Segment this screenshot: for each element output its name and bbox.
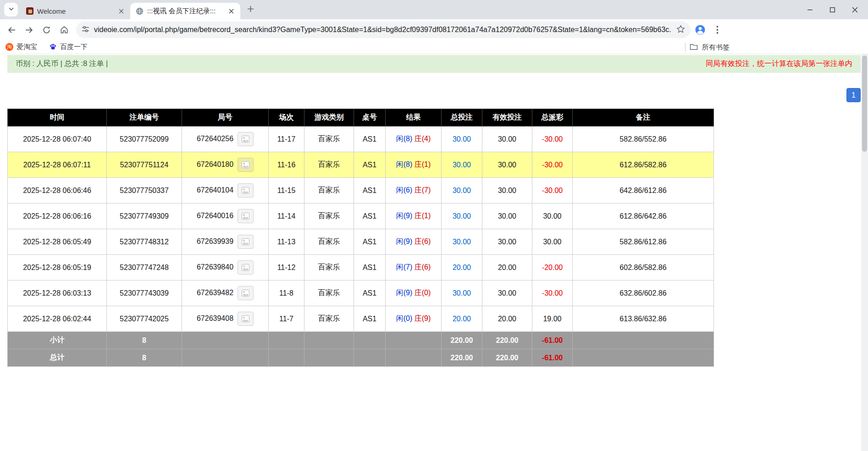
video-replay-button[interactable] xyxy=(238,132,254,146)
cell-total-bet[interactable]: 20.00 xyxy=(442,306,482,332)
total-valid-bet: 220.00 xyxy=(482,349,532,367)
cell-result: 闲(9) 庄(6) xyxy=(386,229,442,255)
bookmark-taobao[interactable]: 淘 爱淘宝 xyxy=(6,43,37,51)
cell-round: 672640016 xyxy=(182,204,269,229)
empty-cell xyxy=(573,332,714,349)
cell-valid-bet: 30.00 xyxy=(482,178,532,204)
summary-info-bar: 币别 : 人民币 | 总共 :8 注单 | 同局有效投注，统一计算在该局第一张注… xyxy=(7,55,861,73)
cell-session: 11-16 xyxy=(269,152,304,178)
photo-icon xyxy=(242,136,249,143)
round-number: 672639482 xyxy=(197,289,233,297)
header-payout: 总派彩 xyxy=(532,109,573,126)
close-button[interactable] xyxy=(844,0,866,19)
page-1-button[interactable]: 1 xyxy=(846,88,861,102)
empty-cell xyxy=(386,332,442,349)
header-time: 时间 xyxy=(8,109,107,126)
empty-cell xyxy=(386,349,442,367)
tab-close-icon[interactable] xyxy=(117,7,126,16)
cell-game-type: 百家乐 xyxy=(304,255,354,280)
header-result: 结果 xyxy=(386,109,442,126)
cell-round: 672640104 xyxy=(182,178,269,204)
subtotal-count: 8 xyxy=(107,332,182,349)
all-bookmarks[interactable]: 所有书签 xyxy=(685,40,730,54)
url-bar[interactable]: videoie.com/ipl/portal.php/game/betrecor… xyxy=(76,22,691,38)
cell-total-bet[interactable]: 30.00 xyxy=(442,178,482,204)
baidu-paw-icon xyxy=(49,43,57,52)
cell-game-type: 百家乐 xyxy=(304,126,354,152)
cell-table-no: AS1 xyxy=(354,204,386,229)
cell-game-type: 百家乐 xyxy=(304,152,354,178)
cell-session: 11-13 xyxy=(269,229,304,255)
result-banker: 庄(6) xyxy=(415,263,431,271)
cell-total-bet[interactable]: 30.00 xyxy=(442,152,482,178)
tab-close-icon[interactable] xyxy=(227,7,236,16)
forward-button[interactable] xyxy=(21,22,37,38)
cell-time: 2025-12-28 06:03:13 xyxy=(8,280,107,306)
subtotal-payout: -61.00 xyxy=(532,332,573,349)
tab-search-button[interactable] xyxy=(4,3,18,16)
cell-game-type: 百家乐 xyxy=(304,204,354,229)
reload-button[interactable] xyxy=(39,22,55,38)
home-button[interactable] xyxy=(56,22,72,38)
profile-button[interactable] xyxy=(692,22,708,38)
video-replay-button[interactable] xyxy=(238,158,254,172)
separator xyxy=(685,43,686,52)
back-arrow-icon xyxy=(7,25,17,35)
video-replay-button[interactable] xyxy=(238,286,254,300)
cell-total-bet[interactable]: 30.00 xyxy=(442,229,482,255)
cell-bet-id: 523077750337 xyxy=(107,178,182,204)
video-replay-button[interactable] xyxy=(238,183,254,198)
scrollbar-thumb[interactable] xyxy=(862,55,867,152)
header-game-type: 游戏类别 xyxy=(304,109,354,126)
table-row: 2025-12-28 06:06:16523077749309672640016… xyxy=(8,204,714,229)
bookmark-baidu[interactable]: 百度一下 xyxy=(49,43,88,52)
cell-bet-id: 523077748312 xyxy=(107,229,182,255)
video-replay-button[interactable] xyxy=(238,312,254,326)
menu-button[interactable] xyxy=(709,22,725,38)
cell-note: 632.86/602.86 xyxy=(573,280,714,306)
cell-round: 672639482 xyxy=(182,280,269,306)
tab-welcome[interactable]: Welcome xyxy=(20,3,130,19)
result-player: 闲(9) xyxy=(396,212,413,220)
url-text[interactable]: videoie.com/ipl/portal.php/game/betrecor… xyxy=(94,26,672,34)
bookmarks-bar: 淘 爱淘宝 百度一下 所有书签 xyxy=(0,40,868,54)
cell-valid-bet: 30.00 xyxy=(482,280,532,306)
browser-chrome: Welcome :::视讯 会员下注纪录::: xyxy=(0,0,868,54)
cell-total-bet[interactable]: 20.00 xyxy=(442,255,482,280)
back-button[interactable] xyxy=(4,22,20,38)
cell-session: 11-14 xyxy=(269,204,304,229)
cell-time: 2025-12-28 06:05:49 xyxy=(8,229,107,255)
video-replay-button[interactable] xyxy=(238,235,254,249)
folder-icon xyxy=(690,43,698,51)
result-banker: 庄(6) xyxy=(415,237,431,245)
cell-total-bet[interactable]: 30.00 xyxy=(442,280,482,306)
result-banker: 庄(9) xyxy=(415,314,431,322)
minimize-button[interactable] xyxy=(799,0,821,19)
site-info-icon[interactable] xyxy=(82,25,89,35)
total-count: 8 xyxy=(107,349,182,367)
cell-total-bet[interactable]: 30.00 xyxy=(442,204,482,229)
cell-result: 闲(6) 庄(7) xyxy=(386,178,442,204)
result-banker: 庄(1) xyxy=(415,212,431,220)
bookmark-star-icon[interactable] xyxy=(676,25,685,35)
cell-time: 2025-12-28 06:06:16 xyxy=(8,204,107,229)
table-row: 2025-12-28 06:05:19523077747248672639840… xyxy=(8,255,714,280)
video-replay-button[interactable] xyxy=(238,209,254,223)
tab-bet-records[interactable]: :::视讯 会员下注纪录::: xyxy=(130,3,240,19)
cell-bet-id: 523077751124 xyxy=(107,152,182,178)
cell-total-bet[interactable]: 30.00 xyxy=(442,126,482,152)
maximize-button[interactable] xyxy=(821,0,844,19)
cell-valid-bet: 30.00 xyxy=(482,126,532,152)
subtotal-row: 小计 8 220.00 220.00 -61.00 xyxy=(8,332,714,349)
result-player: 闲(9) xyxy=(396,237,413,245)
subtotal-total-bet: 220.00 xyxy=(442,332,482,349)
cell-valid-bet: 30.00 xyxy=(482,229,532,255)
globe-favicon-icon xyxy=(136,7,144,15)
cell-payout: -30.00 xyxy=(532,178,573,204)
video-replay-button[interactable] xyxy=(238,260,254,275)
vertical-scrollbar[interactable] xyxy=(861,54,868,451)
cell-session: 11-7 xyxy=(269,306,304,332)
round-number: 672640256 xyxy=(197,135,233,143)
new-tab-button[interactable] xyxy=(243,3,257,16)
tab-title: :::视讯 会员下注纪录::: xyxy=(147,7,223,16)
